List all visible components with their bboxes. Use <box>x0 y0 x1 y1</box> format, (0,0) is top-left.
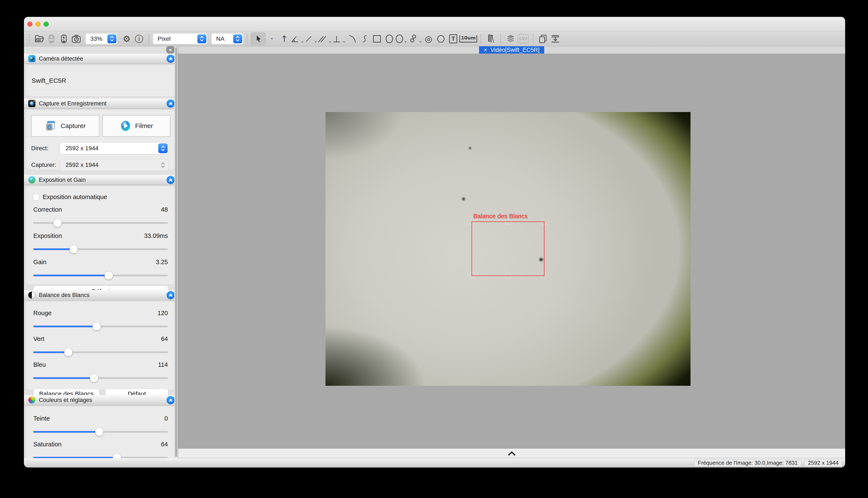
circle-tool-button[interactable]: ⌄ <box>396 32 408 45</box>
gain-slider[interactable] <box>33 275 168 276</box>
scale-bar-tool-button[interactable]: 10um <box>459 32 477 45</box>
annulus-tool-button[interactable]: ◎ <box>422 32 435 45</box>
color-wheel-icon <box>28 396 36 404</box>
panel-header-camera[interactable]: Caméra détectée <box>24 54 178 64</box>
curve-tool-button[interactable] <box>358 32 371 45</box>
record-button[interactable]: Filmer <box>102 115 170 137</box>
slider-label: Teinte <box>33 415 50 422</box>
sidebar-collapse-button[interactable]: « <box>166 46 175 54</box>
toolbar: 33% ⚙ ⓘ Pixel NA · <box>24 31 845 46</box>
panel-collapse-button[interactable] <box>167 396 175 404</box>
exposure-slider[interactable] <box>33 248 168 250</box>
camera-name[interactable]: Swift_EC5R <box>26 71 175 90</box>
slider-label: Bleu <box>33 361 46 368</box>
sidebar: « Caméra détectée Swift_EC5R Captur <box>24 46 178 458</box>
slider-thumb[interactable] <box>95 428 103 436</box>
rectangle-tool-button[interactable] <box>371 32 383 45</box>
roi-handle[interactable] <box>541 219 547 224</box>
cursor-tool-button[interactable] <box>251 32 266 45</box>
panel-header-capture[interactable]: Capture et Enregistrement <box>24 99 178 109</box>
snap-resolution-select[interactable]: 2592 x 1944 <box>60 159 169 171</box>
capture-button[interactable]: Capturer <box>31 115 99 137</box>
panel-reveal-strip[interactable] <box>178 448 845 458</box>
chevron-down-icon: ⌄ <box>404 38 408 43</box>
unit-select[interactable]: Pixel <box>153 33 207 44</box>
slider-value: 64 <box>161 441 168 448</box>
line-tool-button[interactable]: ⌄ <box>304 32 317 45</box>
settings-gear-button[interactable]: ⚙ <box>120 32 133 45</box>
point-tool-button[interactable]: · <box>266 32 278 45</box>
copy-images-button[interactable] <box>537 32 549 45</box>
roi-handle[interactable] <box>541 273 547 278</box>
toolbar-separator <box>500 34 501 43</box>
scrollbar-thumb[interactable] <box>175 47 177 457</box>
title-bar <box>24 17 845 31</box>
arrow-tool-button[interactable]: ↑ <box>278 32 291 45</box>
roi-handle[interactable] <box>469 219 475 224</box>
perpendicular-tool-button[interactable]: ⌄ <box>332 32 346 45</box>
zoom-level-select[interactable]: 33% <box>86 33 117 44</box>
saturation-slider[interactable] <box>33 457 168 458</box>
auto-exposure-checkbox[interactable] <box>33 194 39 200</box>
ellipse-tool-button[interactable] <box>383 32 396 45</box>
stepper-icon[interactable] <box>158 143 168 153</box>
slider-thumb[interactable] <box>69 245 78 253</box>
sidebar-scrollbar[interactable] <box>174 46 178 458</box>
white-balance-roi[interactable] <box>472 222 545 276</box>
zoom-level-value: 33% <box>90 36 102 42</box>
panel-collapse-button[interactable] <box>167 291 175 299</box>
microscope-live-view[interactable]: Balance des Blancs <box>326 112 690 386</box>
stepper-icon[interactable] <box>107 34 116 43</box>
video-canvas[interactable]: Balance des Blancs <box>178 54 845 448</box>
parallel-lines-tool-button[interactable]: ⌄ <box>318 32 332 45</box>
hue-slider[interactable] <box>33 431 168 433</box>
device-flash-button[interactable] <box>58 32 70 45</box>
arc-tool-button[interactable] <box>346 32 358 45</box>
correction-slider[interactable] <box>33 222 168 224</box>
polygon-tool-button[interactable] <box>435 32 447 45</box>
blue-slider[interactable] <box>33 377 168 379</box>
slider-thumb[interactable] <box>105 272 113 279</box>
scale-bar-icon: 10um <box>461 35 476 41</box>
roi-handle[interactable] <box>506 219 511 224</box>
resolution-cell: 2592 x 1944 <box>804 459 842 467</box>
annulus-icon: ◎ <box>425 35 432 43</box>
camera-snapshot-button[interactable] <box>70 32 82 45</box>
sidebar-top-strip: « <box>24 46 178 54</box>
minimize-window-button[interactable] <box>36 22 41 27</box>
slider-thumb[interactable] <box>53 219 62 227</box>
zoom-window-button[interactable] <box>43 22 49 27</box>
live-resolution-select[interactable]: 2592 x 1944 <box>60 142 169 154</box>
roi-handle[interactable] <box>506 273 511 278</box>
slider-thumb[interactable] <box>113 454 121 458</box>
two-circles-tool-button[interactable]: ⌄ <box>408 32 422 45</box>
slider-thumb[interactable] <box>92 323 101 330</box>
export-merge-button[interactable] <box>549 32 562 45</box>
panel-collapse-button[interactable] <box>167 55 175 63</box>
slider-thumb[interactable] <box>64 348 73 356</box>
red-slider[interactable] <box>33 326 168 327</box>
layers-button[interactable] <box>505 32 517 45</box>
na-select[interactable]: NA <box>211 33 243 44</box>
stepper-icon[interactable] <box>233 34 242 43</box>
measure-caliper-button[interactable] <box>485 32 497 45</box>
panel-collapse-button[interactable] <box>167 176 175 184</box>
panel-title: Couleurs et réglages <box>39 397 92 404</box>
text-tool-button[interactable]: T <box>447 32 459 45</box>
angle-tool-button[interactable]: ⌄ <box>291 32 304 45</box>
panel-title: Caméra détectée <box>39 55 83 62</box>
panel-collapse-button[interactable] <box>167 100 175 107</box>
close-window-button[interactable] <box>27 22 33 27</box>
open-image-button[interactable] <box>33 32 45 45</box>
stepper-icon[interactable] <box>197 34 206 43</box>
tab-video[interactable]: × Vidéo[Swift_EC5R] <box>479 46 544 54</box>
panel-header-exposure[interactable]: Exposition et Gain <box>24 175 178 185</box>
stepper-icon <box>158 160 168 170</box>
info-button[interactable]: ⓘ <box>133 32 145 45</box>
green-slider[interactable] <box>33 351 168 353</box>
panel-header-white-balance[interactable]: Balance des Blancs <box>24 290 178 300</box>
slider-thumb[interactable] <box>90 374 98 382</box>
tab-close-icon[interactable]: × <box>484 47 487 53</box>
roi-handle[interactable] <box>469 273 475 278</box>
panel-header-colors[interactable]: Couleurs et réglages <box>24 395 178 405</box>
